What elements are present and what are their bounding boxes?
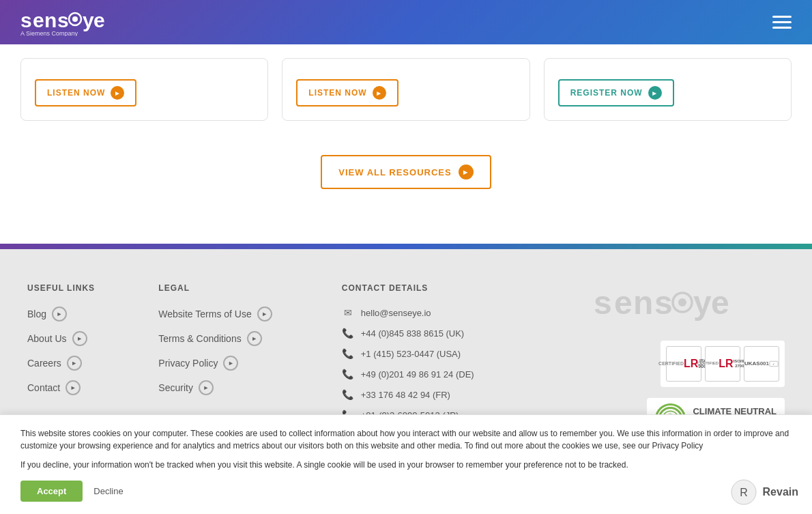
link-arrow-icon: ► [223,356,238,371]
revain-label: Revain [763,486,798,498]
phone-icon: 📞 [342,347,354,360]
svg-text:n: n [44,9,57,31]
footer-link-privacy[interactable]: Privacy Policy ► [158,356,314,371]
legal-title: LEGAL [158,283,314,293]
contact-phone-uk: 📞 +44 (0)845 838 8615 (UK) [342,327,550,339]
hamburger-menu[interactable] [772,16,792,29]
arrow-icon: ► [459,165,474,180]
accept-button[interactable]: Accept [20,481,83,502]
view-all-resources-button[interactable]: VIEW ALL RESOURCES ► [321,155,491,189]
svg-text:y: y [83,9,94,31]
phone-icon: 📞 [342,327,354,339]
iso-9001-badge: CERTIFIED LR ISO 9001 [666,346,701,382]
contact-email-item: ✉ hello@senseye.io [342,306,550,319]
footer-link-security[interactable]: Security ► [158,380,314,395]
useful-links-title: USEFUL LINKS [27,283,131,293]
link-arrow-icon: ► [72,331,87,346]
arrow-icon: ► [111,86,124,100]
cookie-secondary-text: If you decline, your information won't b… [20,459,792,471]
contact-phone-fr: 📞 +33 176 48 42 94 (FR) [342,388,550,401]
contact-phone-usa: 📞 +1 (415) 523-0447 (USA) [342,347,550,360]
svg-text:A Siemens Company: A Siemens Company [20,30,78,36]
content-area: LISTEN NOW ► LISTEN NOW ► REGISTER NOW ►… [0,44,812,244]
svg-text:s: s [594,285,611,321]
svg-text:n: n [633,285,653,321]
svg-text:e: e [93,9,105,31]
svg-text:s: s [57,9,69,31]
ukas-badge: UKAS 001 ✓ [744,346,779,382]
decline-button[interactable]: Decline [93,486,123,496]
email-icon: ✉ [342,306,354,319]
revain-widget[interactable]: R Revain [730,479,798,506]
cards-row: LISTEN NOW ► LISTEN NOW ► REGISTER NOW ► [20,44,792,141]
listen-now-button-2[interactable]: LISTEN NOW ► [296,79,398,106]
svg-text:e: e [614,285,633,321]
register-now-button[interactable]: REGISTER NOW ► [558,79,674,106]
phone-icon: 📞 [342,368,354,380]
footer-link-about[interactable]: About Us ► [27,331,131,346]
svg-point-14 [678,298,686,306]
view-all-section: VIEW ALL RESOURCES ► [20,141,792,216]
svg-text:s: s [20,9,32,31]
footer-link-careers[interactable]: Careers ► [27,356,131,371]
svg-text:s: s [654,285,673,321]
link-arrow-icon: ► [257,306,272,322]
svg-text:✓: ✓ [773,363,775,366]
phone-icon: 📞 [342,388,354,401]
arrow-icon: ► [648,86,662,100]
contact-title: CONTACT DETAILS [342,283,550,293]
cookie-actions: Accept Decline [20,481,792,502]
revain-icon: R [730,479,757,506]
logo[interactable]: s e n s y e A Siemens Company [20,5,130,39]
footer-link-contact[interactable]: Contact ► [27,380,131,395]
contact-phone-de: 📞 +49 (0)201 49 86 91 24 (DE) [342,368,550,380]
listen-now-button-1[interactable]: LISTEN NOW ► [35,79,136,106]
card-3: REGISTER NOW ► [544,58,792,121]
footer-link-blog[interactable]: Blog ► [27,306,131,322]
svg-text:R: R [740,487,748,498]
gradient-divider [0,244,812,249]
link-arrow-icon: ► [247,331,262,346]
svg-text:e: e [711,285,729,321]
card-2: LISTEN NOW ► [282,58,530,121]
arrow-icon: ► [373,86,386,100]
footer-link-terms-of-use[interactable]: Website Terms of Use ► [158,306,314,322]
link-arrow-icon: ► [52,306,67,322]
svg-point-5 [72,16,78,22]
link-arrow-icon: ► [199,380,214,395]
site-header: s e n s y e A Siemens Company [0,0,812,44]
footer-logo: s e n s y e [594,283,785,327]
svg-text:e: e [33,9,44,31]
iso-27001-badge: CERTIFIED LR ISO/IEC 27001 [705,346,740,382]
footer-link-terms-conditions[interactable]: Terms & Conditions ► [158,331,314,346]
link-arrow-icon: ► [67,356,82,371]
link-arrow-icon: ► [66,380,81,395]
cert-badges-container: CERTIFIED LR ISO 9001 CERTIFIED LR ISO/I… [661,341,785,387]
cookie-banner: This website stores cookies on your comp… [0,414,812,514]
svg-text:y: y [693,285,712,321]
cookie-main-text: This website stores cookies on your comp… [20,427,792,452]
card-1: LISTEN NOW ► [20,58,268,121]
